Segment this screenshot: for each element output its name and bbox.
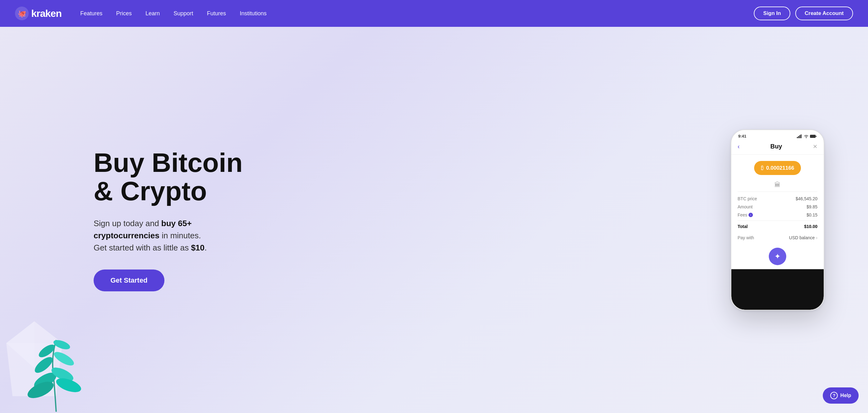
svg-text:🐙: 🐙 xyxy=(18,9,27,18)
amount-label: Amount xyxy=(738,204,752,209)
total-label: Total xyxy=(738,224,748,229)
sparkle-icon: ✦ xyxy=(774,252,781,261)
svg-rect-19 xyxy=(816,136,817,137)
hero-title: Buy Bitcoin & Crypto xyxy=(94,149,312,205)
navbar: 🐙 kraken Features Prices Learn Support F… xyxy=(0,0,868,27)
svg-rect-17 xyxy=(801,134,802,138)
logo-text: kraken xyxy=(31,8,61,19)
phone-cta-area: ✦ xyxy=(738,248,817,265)
phone-screen-title: Buy xyxy=(770,143,782,150)
btc-price-label: BTC price xyxy=(738,196,757,201)
svg-rect-14 xyxy=(797,137,798,138)
exchange-icon: 🏛 xyxy=(738,181,817,188)
fee-info-icon: i xyxy=(748,213,753,217)
fees-label: Fees xyxy=(738,213,747,217)
phone-buy-header: ‹ Buy ✕ xyxy=(731,140,824,155)
fees-value: $0.15 xyxy=(807,213,817,217)
fees-label-area: Fees i xyxy=(738,213,753,217)
nav-institutions[interactable]: Institutions xyxy=(240,10,267,17)
btc-price-row: BTC price $46,545.20 xyxy=(738,196,817,201)
wifi-icon xyxy=(804,134,809,138)
phone-bottom-bar xyxy=(731,269,824,310)
phone-status-icons xyxy=(797,134,817,138)
svg-point-8 xyxy=(32,354,55,376)
nav-futures[interactable]: Futures xyxy=(207,10,226,17)
svg-rect-18 xyxy=(810,135,815,138)
help-button[interactable]: ? Help xyxy=(823,387,859,404)
hero-content: Buy Bitcoin & Crypto Sign up today and b… xyxy=(94,149,312,291)
phone-frame: 9:41 xyxy=(731,129,824,310)
svg-point-9 xyxy=(52,349,76,368)
btc-amount-value: 0.00021166 xyxy=(766,165,794,171)
btc-amount-pill: ₿ 0.00021166 xyxy=(754,161,801,175)
kraken-logo-icon: 🐙 xyxy=(15,6,29,20)
amount-value: $9.85 xyxy=(807,204,817,209)
nav-prices[interactable]: Prices xyxy=(116,10,132,17)
get-started-button[interactable]: Get Started xyxy=(94,269,164,291)
nav-learn[interactable]: Learn xyxy=(145,10,160,17)
svg-rect-16 xyxy=(799,135,800,138)
phone-back-button[interactable]: ‹ xyxy=(738,143,740,150)
bitcoin-icon: ₿ xyxy=(761,165,764,171)
pay-chevron-icon: › xyxy=(816,235,817,240)
hero-section: Buy Bitcoin & Crypto Sign up today and b… xyxy=(0,27,868,413)
signal-icon xyxy=(797,134,803,138)
nav-links: Features Prices Learn Support Futures In… xyxy=(80,10,754,17)
phone-status-bar: 9:41 xyxy=(731,130,824,140)
phone-time: 9:41 xyxy=(738,134,746,138)
phone-body: ₿ 0.00021166 🏛 BTC price $46,545.20 Amou… xyxy=(731,155,824,272)
help-label: Help xyxy=(840,393,851,398)
fees-row: Fees i $0.15 xyxy=(738,213,817,217)
phone-mockup: 9:41 xyxy=(731,129,824,310)
phone-close-button[interactable]: ✕ xyxy=(813,143,817,150)
navbar-actions: Sign In Create Account xyxy=(754,6,853,20)
logo[interactable]: 🐙 kraken xyxy=(15,6,61,20)
total-value: $10.00 xyxy=(804,224,817,229)
nav-features[interactable]: Features xyxy=(80,10,102,17)
phone-buy-cta[interactable]: ✦ xyxy=(769,248,786,265)
svg-point-11 xyxy=(53,338,71,351)
btc-price-value: $46,545.20 xyxy=(796,196,817,201)
pay-with-label: Pay with xyxy=(738,235,754,240)
help-circle-icon: ? xyxy=(830,392,838,399)
total-row: Total $10.00 xyxy=(738,221,817,229)
pay-with-row[interactable]: Pay with USD balance › xyxy=(738,235,817,240)
nav-support[interactable]: Support xyxy=(174,10,193,17)
battery-icon xyxy=(810,134,817,138)
svg-rect-15 xyxy=(798,136,799,138)
pay-with-value: USD balance › xyxy=(789,235,817,240)
create-account-button[interactable]: Create Account xyxy=(795,6,853,20)
hero-subtitle: Sign up today and buy 65+ cryptocurrenci… xyxy=(94,217,256,254)
decorative-plant xyxy=(25,324,87,413)
amount-row: Amount $9.85 xyxy=(738,204,817,209)
signin-button[interactable]: Sign In xyxy=(754,6,790,20)
